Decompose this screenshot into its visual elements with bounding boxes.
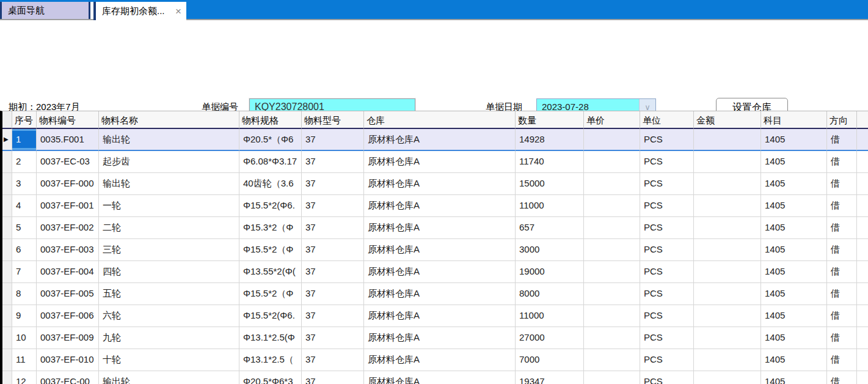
cell-warehouse[interactable]: 原材料仓库A [364, 217, 516, 239]
cell-unit[interactable]: PCS [640, 305, 694, 327]
cell-account[interactable]: 1405 [761, 173, 827, 195]
cell-direction[interactable]: 借 [827, 283, 857, 305]
cell-code[interactable]: 0037-EF-005 [37, 283, 99, 305]
table-row[interactable]: 120037-EC-00输出轮Φ20.5*Φ6*337原材料仓库A19347PC… [2, 371, 868, 384]
tab-inventory-opening-balance[interactable]: 库存期初余额... × [93, 2, 186, 20]
close-icon[interactable]: × [175, 6, 181, 17]
cell-qty[interactable]: 14928 [516, 129, 584, 151]
cell-spec[interactable]: Φ15.5*2（Φ [239, 283, 302, 305]
cell-model[interactable]: 37 [302, 305, 364, 327]
cell-warehouse[interactable]: 原材料仓库A [364, 173, 516, 195]
table-row[interactable]: 100037-EF-009九轮Φ13.1*2.5(Φ37原材料仓库A27000P… [2, 327, 868, 349]
cell-seq[interactable]: 12 [12, 371, 37, 384]
cell-spec[interactable]: Φ15.5*2(Φ6. [239, 195, 302, 217]
column-header-model[interactable]: 物料型号 [302, 111, 364, 129]
cell-seq[interactable]: 8 [12, 283, 37, 305]
cell-name[interactable]: 五轮 [99, 283, 239, 305]
cell-code[interactable]: 0037-EC-00 [37, 371, 99, 384]
cell-seq[interactable]: 6 [12, 239, 37, 261]
tab-desktop-navigation[interactable]: 桌面导航 [0, 2, 90, 19]
cell-name[interactable]: 二轮 [99, 217, 239, 239]
cell-model[interactable]: 37 [302, 195, 364, 217]
table-row[interactable]: 60037-EF-003三轮Φ15.5*2（Φ37原材料仓库A3000PCS14… [2, 239, 868, 261]
cell-qty[interactable]: 19000 [516, 261, 584, 283]
cell-unit[interactable]: PCS [640, 151, 694, 173]
cell-spec[interactable]: Φ13.1*2.5(Φ [239, 327, 302, 349]
cell-amount[interactable] [694, 261, 761, 283]
cell-name[interactable]: 四轮 [99, 261, 239, 283]
column-header-direction[interactable]: 方向 [827, 111, 857, 129]
cell-name[interactable]: 输出轮 [99, 129, 239, 151]
cell-code[interactable]: 0037-EC-03 [37, 151, 99, 173]
cell-price[interactable] [584, 129, 640, 151]
column-header-name[interactable]: 物料名称 [99, 111, 239, 129]
cell-model[interactable]: 37 [302, 349, 364, 371]
cell-amount[interactable] [694, 305, 761, 327]
cell-code[interactable]: 0037-EF-006 [37, 305, 99, 327]
cell-code[interactable]: 0037-EF-009 [37, 327, 99, 349]
cell-warehouse[interactable]: 原材料仓库A [364, 327, 516, 349]
cell-qty[interactable]: 8000 [516, 283, 584, 305]
cell-amount[interactable] [694, 217, 761, 239]
cell-price[interactable] [584, 151, 640, 173]
cell-qty[interactable]: 657 [516, 217, 584, 239]
cell-direction[interactable]: 借 [827, 217, 857, 239]
cell-unit[interactable]: PCS [640, 349, 694, 371]
cell-spec[interactable]: Φ15.3*2（Φ [239, 217, 302, 239]
cell-direction[interactable]: 借 [827, 173, 857, 195]
cell-amount[interactable] [694, 129, 761, 151]
cell-seq[interactable]: 11 [12, 349, 37, 371]
cell-price[interactable] [584, 305, 640, 327]
table-row[interactable]: 110037-EF-010十轮Φ13.1*2.5（37原材料仓库A7000PCS… [2, 349, 868, 371]
cell-direction[interactable]: 借 [827, 151, 857, 173]
cell-account[interactable]: 1405 [761, 349, 827, 371]
column-header-amount[interactable]: 金额 [694, 111, 761, 129]
cell-account[interactable]: 1405 [761, 239, 827, 261]
cell-name[interactable]: 起步齿 [99, 151, 239, 173]
cell-unit[interactable]: PCS [640, 173, 694, 195]
cell-price[interactable] [584, 217, 640, 239]
cell-price[interactable] [584, 261, 640, 283]
cell-spec[interactable]: Φ6.08*Φ3.17 [239, 151, 302, 173]
table-row[interactable]: 30037-EF-000输出轮40齿轮（3.637原材料仓库A15000PCS1… [2, 173, 868, 195]
column-header-code[interactable]: 序号 [12, 111, 37, 129]
cell-qty[interactable]: 11000 [516, 195, 584, 217]
cell-code[interactable]: 0037-EF-002 [37, 217, 99, 239]
table-row[interactable]: 40037-EF-001一轮Φ15.5*2(Φ6.37原材料仓库A11000PC… [2, 195, 868, 217]
cell-direction[interactable]: 借 [827, 261, 857, 283]
table-row[interactable]: 70037-EF-004四轮Φ13.55*2(Φ(37原材料仓库A19000PC… [2, 261, 868, 283]
cell-seq[interactable]: 1 [12, 129, 37, 151]
cell-code[interactable]: 0037-EF-001 [37, 195, 99, 217]
column-header-qty[interactable]: 数量 [516, 111, 584, 129]
cell-direction[interactable]: 借 [827, 129, 857, 151]
cell-name[interactable]: 三轮 [99, 239, 239, 261]
cell-price[interactable] [584, 371, 640, 384]
cell-unit[interactable]: PCS [640, 283, 694, 305]
column-header-unit[interactable]: 单位 [640, 111, 694, 129]
cell-spec[interactable]: Φ15.5*2(Φ6. [239, 305, 302, 327]
column-header-spec[interactable]: 物料规格 [239, 111, 302, 129]
cell-code[interactable]: 0037-EF-010 [37, 349, 99, 371]
cell-code[interactable]: 0037-EF-000 [37, 173, 99, 195]
table-row[interactable]: ▶10035.F001输出轮Φ20.5*（Φ637原材料仓库A14928PCS1… [2, 129, 868, 151]
cell-amount[interactable] [694, 327, 761, 349]
cell-qty[interactable]: 11000 [516, 305, 584, 327]
cell-price[interactable] [584, 327, 640, 349]
cell-amount[interactable] [694, 195, 761, 217]
cell-account[interactable]: 1405 [761, 261, 827, 283]
cell-code[interactable]: 0037-EF-004 [37, 261, 99, 283]
cell-account[interactable]: 1405 [761, 371, 827, 384]
cell-direction[interactable]: 借 [827, 349, 857, 371]
cell-warehouse[interactable]: 原材料仓库A [364, 195, 516, 217]
column-header-price[interactable]: 单价 [584, 111, 640, 129]
cell-unit[interactable]: PCS [640, 327, 694, 349]
cell-model[interactable]: 37 [302, 261, 364, 283]
cell-amount[interactable] [694, 151, 761, 173]
cell-price[interactable] [584, 239, 640, 261]
cell-name[interactable]: 输出轮 [99, 371, 239, 384]
cell-direction[interactable]: 借 [827, 305, 857, 327]
cell-warehouse[interactable]: 原材料仓库A [364, 305, 516, 327]
cell-spec[interactable]: Φ13.1*2.5（ [239, 349, 302, 371]
cell-unit[interactable]: PCS [640, 129, 694, 151]
cell-direction[interactable]: 借 [827, 239, 857, 261]
